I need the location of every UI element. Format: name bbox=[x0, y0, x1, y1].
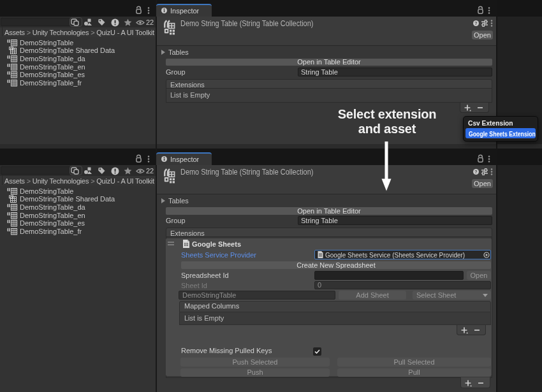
svg-text:?: ? bbox=[474, 170, 477, 174]
svg-text:?: ? bbox=[474, 21, 477, 25]
